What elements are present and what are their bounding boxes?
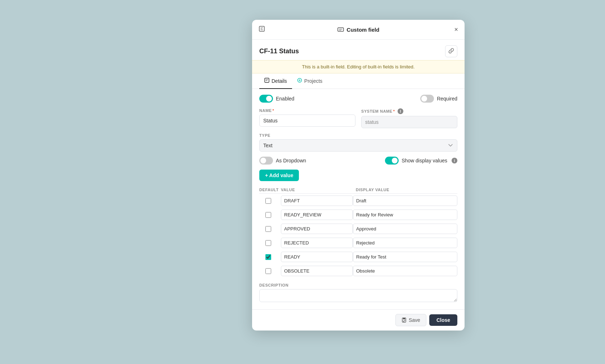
- description-group: DESCRIPTION: [259, 283, 457, 304]
- field-name: Status: [279, 48, 299, 55]
- col-value: VALUE: [281, 186, 353, 194]
- name-row: NAME* SYSTEM NAME* i: [259, 108, 457, 128]
- value-input-3[interactable]: [281, 238, 353, 248]
- required-label: Required: [437, 96, 457, 102]
- enabled-label: Enabled: [276, 96, 294, 102]
- default-checkbox-cell-5: [259, 268, 277, 274]
- enabled-toggle[interactable]: [259, 95, 273, 103]
- default-checkbox-cell-4: [259, 254, 277, 260]
- save-icon: [402, 318, 407, 323]
- table-row: [259, 264, 457, 278]
- default-checkbox-1[interactable]: [265, 212, 271, 218]
- display-value-input-2[interactable]: [353, 224, 457, 234]
- details-tab-icon: [264, 78, 269, 84]
- default-checkbox-cell-1: [259, 212, 277, 218]
- as-dropdown-slider: [259, 157, 273, 165]
- system-name-required-star: *: [393, 109, 395, 113]
- field-identifier: CF-11 Status: [259, 48, 299, 55]
- description-input[interactable]: [259, 289, 457, 302]
- value-input-5[interactable]: [281, 266, 353, 276]
- modal-footer: Save Close: [252, 309, 465, 331]
- default-checkbox-cell-2: [259, 226, 277, 232]
- show-display-label: Show display values: [402, 158, 447, 163]
- enabled-group: Enabled: [259, 95, 294, 103]
- enabled-slider: [259, 95, 273, 103]
- values-table-body: [259, 194, 457, 278]
- as-dropdown-label: As Dropdown: [276, 158, 306, 163]
- system-name-label: SYSTEM NAME* i: [361, 108, 457, 114]
- type-label: TYPE: [259, 133, 457, 138]
- svg-rect-1: [338, 28, 344, 31]
- tab-projects[interactable]: Projects: [292, 73, 328, 89]
- show-display-toggle[interactable]: [385, 157, 399, 165]
- table-row: [259, 208, 457, 222]
- col-display-value: DISPLAY VALUE: [353, 186, 457, 194]
- value-input-2[interactable]: [281, 224, 353, 234]
- required-group: Required: [420, 95, 457, 103]
- system-name-info-icon: i: [398, 108, 403, 114]
- values-table: DEFAULT VALUE DISPLAY VALUE: [259, 186, 457, 278]
- name-label: NAME*: [259, 108, 355, 113]
- options-row: As Dropdown Show display values i: [259, 157, 457, 165]
- required-slider: [420, 95, 434, 103]
- custom-field-modal: Custom field × CF-11 Status This is a bu…: [252, 20, 465, 331]
- field-title-row: CF-11 Status: [252, 40, 465, 60]
- col-default: DEFAULT: [259, 186, 281, 194]
- projects-tab-label: Projects: [304, 78, 323, 84]
- modal-body: CF-11 Status This is a built-in field. E…: [252, 40, 465, 331]
- table-row: [259, 222, 457, 236]
- required-toggle[interactable]: [420, 95, 434, 103]
- system-name-group: SYSTEM NAME* i: [361, 108, 457, 128]
- name-input[interactable]: [259, 114, 355, 127]
- values-table-head: DEFAULT VALUE DISPLAY VALUE: [259, 186, 457, 194]
- display-value-input-3[interactable]: [353, 238, 457, 248]
- default-checkbox-cell-0: [259, 198, 277, 204]
- link-icon-button[interactable]: [445, 45, 457, 57]
- description-label: DESCRIPTION: [259, 283, 457, 287]
- save-button[interactable]: Save: [395, 314, 426, 326]
- modal-header: Custom field ×: [252, 20, 465, 40]
- table-row: [259, 194, 457, 208]
- custom-field-icon: [337, 26, 344, 33]
- value-input-1[interactable]: [281, 210, 353, 220]
- system-name-input: [361, 116, 457, 128]
- field-id: CF-11: [259, 48, 277, 55]
- add-value-button[interactable]: + Add value: [259, 170, 299, 181]
- type-select[interactable]: Text Number Date Boolean: [259, 139, 457, 152]
- name-group: NAME*: [259, 108, 355, 128]
- close-button[interactable]: Close: [429, 314, 457, 326]
- show-display-group: Show display values i: [385, 157, 457, 165]
- name-required-star: *: [273, 108, 274, 113]
- show-display-info-icon: i: [452, 158, 457, 163]
- default-checkbox-5[interactable]: [265, 268, 271, 274]
- display-value-input-0[interactable]: [353, 196, 457, 206]
- as-dropdown-toggle[interactable]: [259, 157, 273, 165]
- modal-expand-icon[interactable]: [259, 26, 265, 34]
- as-dropdown-group: As Dropdown: [259, 157, 306, 165]
- table-row: [259, 236, 457, 250]
- table-row: [259, 250, 457, 264]
- default-checkbox-0[interactable]: [265, 198, 271, 204]
- default-checkbox-2[interactable]: [265, 226, 271, 232]
- tab-details[interactable]: Details: [259, 73, 292, 89]
- svg-rect-5: [403, 318, 405, 319]
- enabled-required-row: Enabled Required: [259, 95, 457, 103]
- details-tab-label: Details: [272, 78, 287, 84]
- value-input-4[interactable]: [281, 252, 353, 262]
- projects-tab-icon: [297, 78, 302, 84]
- modal-title: Custom field: [337, 26, 380, 33]
- display-value-input-4[interactable]: [353, 252, 457, 262]
- default-checkbox-3[interactable]: [265, 240, 271, 246]
- details-section: Enabled Required NAME*: [252, 89, 465, 309]
- builtin-notice: This is a built-in field. Editing of bui…: [252, 60, 465, 73]
- type-group: TYPE Text Number Date Boolean: [259, 133, 457, 152]
- display-value-input-1[interactable]: [353, 210, 457, 220]
- tabs-bar: Details Projects: [252, 73, 465, 89]
- show-display-slider: [385, 157, 399, 165]
- display-value-input-5[interactable]: [353, 266, 457, 276]
- close-icon-button[interactable]: ×: [454, 26, 458, 33]
- value-input-0[interactable]: [281, 196, 353, 206]
- svg-rect-2: [265, 78, 269, 82]
- default-checkbox-4[interactable]: [265, 254, 271, 260]
- default-checkbox-cell-3: [259, 240, 277, 246]
